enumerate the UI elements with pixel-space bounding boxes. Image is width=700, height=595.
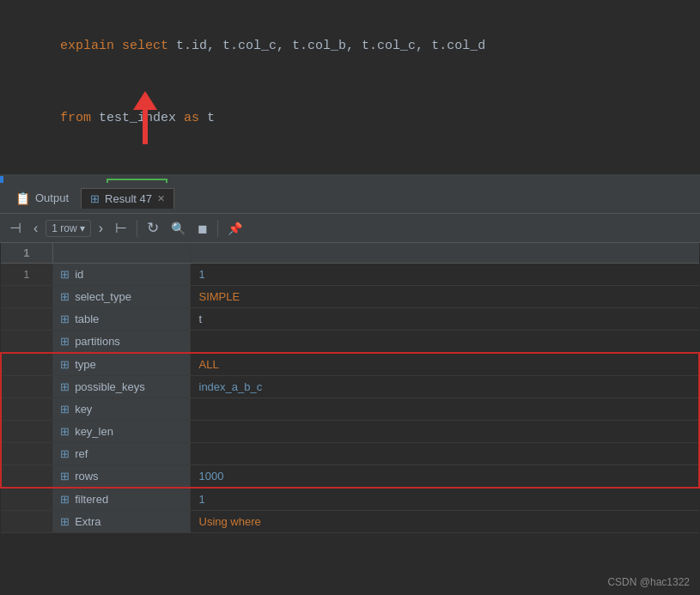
col-header-empty [52, 243, 190, 264]
field-value-cell: 1 [190, 488, 699, 511]
field-label: table [75, 313, 99, 325]
field-value-cell: 1000 [190, 465, 699, 489]
col-header-value [190, 243, 699, 264]
field-label: key_len [75, 425, 113, 438]
field-label: filtered [75, 493, 108, 506]
row-number-header: 1 [1, 243, 52, 264]
annotation-arrow [133, 92, 157, 144]
field-name-cell: filtered [52, 488, 190, 511]
field-icon [60, 515, 72, 527]
row-number-cell [1, 398, 52, 421]
result-tab-icon: ⊞ [90, 192, 100, 205]
sql-alias: t [207, 111, 215, 125]
result-tab-close[interactable]: ✕ [157, 193, 165, 204]
field-icon [60, 335, 72, 347]
field-value-cell: index_a_b_c [190, 376, 699, 398]
table-row: filtered1 [1, 488, 699, 511]
field-label: key [75, 403, 92, 416]
table-row: key_len [1, 421, 699, 443]
table-row: rows1000 [1, 465, 699, 489]
field-value-cell [190, 443, 699, 465]
last-page-button[interactable]: ⊢ [111, 217, 131, 239]
row-number-cell: 1 [1, 264, 52, 286]
field-name-cell: Extra [52, 511, 190, 533]
field-name-cell: rows [52, 465, 190, 489]
field-name-cell: key_len [52, 421, 190, 443]
first-page-button[interactable]: ⊣ [5, 217, 26, 239]
table-row: partitions [1, 331, 699, 354]
table-row: select_typeSIMPLE [1, 286, 699, 308]
table-row: typeALL [1, 353, 699, 376]
refresh-button[interactable]: ↻ [143, 216, 163, 240]
toolbar-divider-1 [137, 220, 137, 237]
field-name-cell: table [52, 308, 190, 331]
tabs-bar: 📋 Output ⊞ Result 47 ✕ [0, 183, 700, 214]
table-row: key [1, 398, 699, 421]
field-icon [60, 290, 72, 302]
field-name-cell: id [52, 264, 190, 286]
field-icon [60, 380, 72, 392]
table-row: tablet [1, 308, 699, 331]
field-value: ALL [199, 358, 219, 371]
result-tab-label: Result 47 [105, 192, 152, 205]
field-label: ref [75, 447, 88, 460]
field-label: rows [75, 470, 98, 483]
row-number-cell [1, 488, 52, 511]
sql-line-2: from test_index as t [14, 82, 686, 155]
chevron-down-icon: ▾ [80, 222, 85, 234]
field-value-cell [190, 421, 699, 443]
field-icon [60, 313, 72, 325]
sql-line-1: explain select t.id, t.col_c, t.col_b, t… [14, 10, 686, 82]
field-name-cell: key [52, 398, 190, 421]
row-number-cell [1, 331, 52, 354]
field-label: Extra [75, 515, 100, 528]
row-count-selector[interactable]: 1 row ▾ [46, 220, 90, 237]
field-name-cell: type [52, 353, 190, 376]
search-button[interactable]: 🔍 [167, 219, 190, 238]
tab-output[interactable]: 📋 Output [7, 188, 77, 209]
output-tab-label: Output [35, 191, 69, 204]
table-row: 1 id1 [1, 264, 699, 286]
row-number-cell [1, 511, 52, 533]
stop-button[interactable]: ◼ [193, 219, 212, 238]
field-label: type [75, 358, 96, 371]
row-number-cell [1, 376, 52, 398]
watermark: CSDN @hac1322 [607, 576, 690, 588]
field-value-cell: SIMPLE [190, 286, 699, 308]
table-row: possible_keysindex_a_b_c [1, 376, 699, 398]
next-page-button[interactable]: › [94, 218, 107, 239]
row-number-cell [1, 308, 52, 331]
data-table-wrapper: 1 1 id1 select_typeSIMPLE tablet partiti… [0, 243, 700, 595]
field-label: possible_keys [75, 380, 145, 393]
tab-result[interactable]: ⊞ Result 47 ✕ [81, 188, 174, 209]
field-value-cell: ALL [190, 353, 699, 376]
row-number-cell [1, 443, 52, 465]
field-label: partitions [75, 335, 120, 348]
sql-editor: explain select t.id, t.col_c, t.col_b, t… [0, 0, 700, 176]
table-row: ExtraUsing where [1, 511, 699, 533]
arrow-head [133, 91, 157, 110]
field-value: 1000 [199, 470, 224, 483]
field-value-cell [190, 398, 699, 421]
keyword-as: as [184, 111, 199, 125]
field-value: 1 [199, 268, 205, 281]
results-table: 1 1 id1 select_typeSIMPLE tablet partiti… [0, 243, 700, 533]
results-toolbar: ⊣ ‹ 1 row ▾ › ⊢ ↻ 🔍 ◼ 📌 [0, 214, 700, 243]
sql-columns: t.id, t.col_c, t.col_b, t.col_c, t.col_d [176, 39, 485, 53]
output-tab-icon: 📋 [15, 191, 30, 205]
field-value: 1 [199, 493, 205, 506]
field-icon [60, 403, 72, 415]
pin-button[interactable]: 📌 [223, 219, 247, 238]
field-icon [60, 268, 72, 280]
results-panel: 📋 Output ⊞ Result 47 ✕ ⊣ ‹ 1 row ▾ › ⊢ ↻… [0, 183, 700, 595]
field-value-cell [190, 331, 699, 354]
prev-page-button[interactable]: ‹ [29, 218, 42, 239]
field-value-cell: t [190, 308, 699, 331]
field-icon [60, 447, 72, 459]
row-number-cell [1, 421, 52, 443]
field-value-cell: 1 [190, 264, 699, 286]
row-number-cell [1, 465, 52, 489]
field-value: SIMPLE [199, 290, 240, 303]
field-value-cell: Using where [190, 511, 699, 533]
field-icon [60, 470, 72, 482]
